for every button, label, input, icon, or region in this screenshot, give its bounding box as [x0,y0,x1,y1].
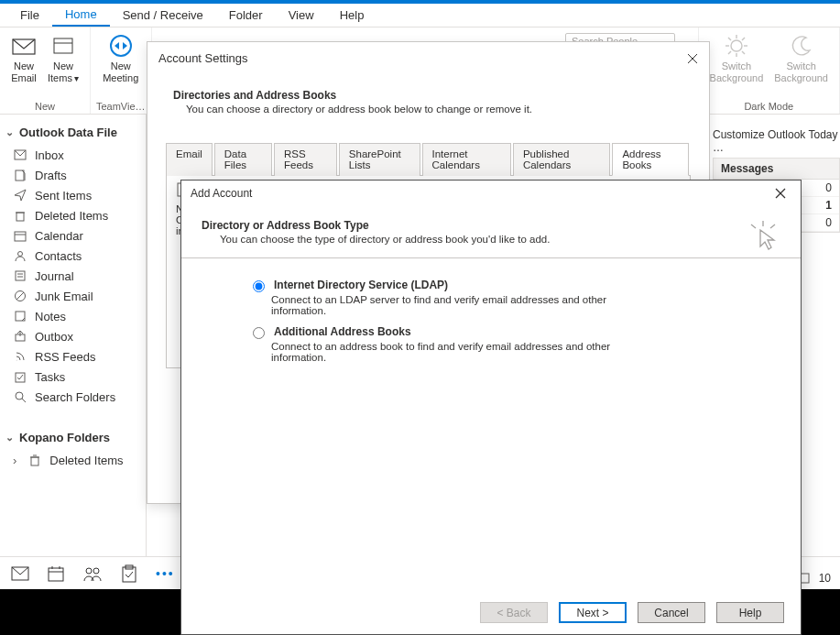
add-account-dialog: Add Account Directory or Address Book Ty… [180,180,802,635]
search-folders-icon [13,389,27,404]
wizard-cursor-icon [747,219,779,250]
customize-outlook-today-link[interactable]: Customize Outlook Today … [713,128,840,154]
svg-point-4 [731,40,742,51]
svg-point-28 [16,392,23,400]
new-items-label: New Items [48,60,79,84]
nav-more-icon[interactable]: ••• [156,566,175,581]
svg-line-29 [22,399,26,402]
sidebar-kopano-deleted-label: Deleted Items [49,454,123,467]
nav-people-icon[interactable] [82,565,103,582]
menu-help[interactable]: Help [327,5,377,26]
nav-calendar-icon[interactable] [48,565,64,582]
account-settings-subtext: You can choose a directory or address bo… [186,104,691,115]
menu-file[interactable]: File [7,5,52,26]
new-items-button[interactable]: New Items [42,31,84,86]
sidebar-item-label: RSS Feeds [35,350,95,364]
sidebar-item-label: Inbox [35,148,64,162]
sidebar-group-kopano[interactable]: Kopano Folders [0,425,146,450]
add-account-close-icon[interactable] [769,186,791,201]
new-email-button[interactable]: New Email [5,31,42,86]
sent-items-icon [13,188,27,203]
sidebar-item-calendar[interactable]: Calendar [0,225,146,246]
journal-icon [13,268,27,283]
radio-additional-label: Additional Address Books [274,325,411,338]
sidebar-item-sent-items[interactable]: Sent Items [0,185,146,205]
account-settings-close-icon[interactable] [687,53,698,64]
sidebar-item-notes[interactable]: Notes [0,306,146,326]
inbox-icon [13,148,27,162]
tasks-icon [13,369,27,384]
next-button[interactable]: Next > [559,602,627,623]
radio-additional-desc: Connect to an address book to find and v… [271,341,638,363]
sidebar-item-label: Sent Items [35,189,92,203]
contacts-icon [13,248,27,263]
radio-additional-address-books[interactable] [253,327,265,339]
svg-line-12 [728,51,731,54]
sidebar-item-junk-email[interactable]: Junk Email [0,286,146,306]
svg-point-3 [111,36,131,56]
tab-sharepoint-lists[interactable]: SharePoint Lists [339,143,420,176]
switch-background-2-label: Switch Background [774,60,828,84]
svg-line-10 [742,51,745,54]
svg-line-49 [751,224,756,228]
switch-background-1-label: Switch Background [710,60,764,84]
sidebar-group-outlook-data-file[interactable]: Outlook Data File [0,120,146,145]
notes-icon [13,309,27,323]
sidebar-item-journal[interactable]: Journal [0,266,146,286]
tab-data-files[interactable]: Data Files [214,143,272,176]
help-button[interactable]: Help [716,602,784,623]
nav-mail-icon[interactable] [11,566,29,581]
messages-header: Messages [714,159,839,180]
add-account-subheading: You can choose the type of directory or … [220,234,780,245]
sidebar-item-label: Drafts [35,169,67,182]
tab-rss-feeds[interactable]: RSS Feeds [274,143,337,176]
switch-background-button-1[interactable]: Switch Background [704,31,769,86]
sidebar-item-contacts[interactable]: Contacts [0,246,146,266]
svg-rect-34 [49,568,63,581]
radio-ldap[interactable] [253,280,265,292]
menu-view[interactable]: View [276,5,327,26]
sidebar-item-outbox[interactable]: Outbox [0,326,146,346]
sun-icon [724,33,749,59]
menu-folder[interactable]: Folder [216,5,276,26]
radio-ldap-label: Internet Directory Service (LDAP) [274,279,448,291]
sidebar-item-deleted-items[interactable]: Deleted Items [0,205,146,225]
sidebar-item-label: Junk Email [35,290,93,303]
junk-email-icon [13,289,27,303]
account-settings-heading: Directories and Address Books [173,89,691,102]
menubar: File Home Send / Receive Folder View Hel… [0,0,840,27]
sidebar-item-kopano-deleted[interactable]: Deleted Items [0,450,146,470]
sidebar-item-label: Notes [35,310,66,323]
nav-tasks-icon[interactable] [121,564,137,583]
sidebar-item-search-folders[interactable]: Search Folders [0,387,146,407]
svg-point-19 [18,252,23,257]
deleted-items-icon [13,208,27,223]
svg-line-11 [742,38,745,40]
menu-home[interactable]: Home [52,4,110,27]
switch-background-button-2[interactable]: Switch Background [769,31,834,86]
tab-address-books[interactable]: Address Books [612,143,689,176]
tab-email[interactable]: Email [166,143,213,176]
tab-internet-calendars[interactable]: Internet Calendars [422,143,511,176]
chevron-right-icon [13,454,20,467]
sidebar-item-rss-feeds[interactable]: RSS Feeds [0,346,146,367]
new-meeting-button[interactable]: New Meeting [97,31,144,86]
sidebar-item-label: Deleted Items [35,209,108,223]
sidebar-item-inbox[interactable]: Inbox [0,145,146,165]
sidebar-item-tasks[interactable]: Tasks [0,367,146,387]
cancel-button[interactable]: Cancel [638,602,705,623]
tab-published-calendars[interactable]: Published Calendars [513,143,611,176]
outbox-icon [13,329,27,344]
account-settings-tabs: EmailData FilesRSS FeedsSharePoint Lists… [166,142,691,176]
sidebar-item-label: Search Folders [35,390,115,404]
new-email-icon [11,33,37,59]
new-meeting-label: New Meeting [103,60,138,84]
ribbon-group-darkmode-label: Dark Mode [744,101,793,112]
sidebar-item-drafts[interactable]: Drafts [0,165,146,185]
add-account-heading: Directory or Address Book Type [202,219,780,232]
radio-ldap-desc: Connect to an LDAP server to find and ve… [271,294,638,316]
status-bar-right: 10 [797,572,831,585]
svg-rect-15 [16,213,24,221]
svg-rect-17 [15,232,26,241]
menu-send-receive[interactable]: Send / Receive [110,5,216,26]
